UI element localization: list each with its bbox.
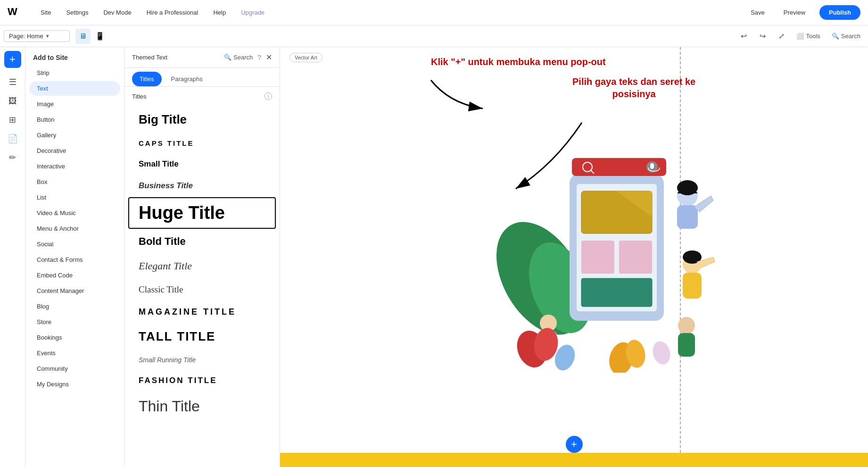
magazine-title-label: MAGAZINE TITLE — [139, 307, 236, 317]
small-running-label: Small Running Title — [139, 356, 196, 364]
fullscreen-icon[interactable]: ⤢ — [774, 29, 789, 44]
thin-title-label: Thin Title — [139, 398, 200, 415]
nav-upgrade[interactable]: Upgrade — [238, 7, 267, 18]
text-item-small-running[interactable]: Small Running Title — [128, 350, 276, 369]
text-item-big-title[interactable]: Big Title — [128, 107, 276, 133]
preview-button[interactable]: Preview — [779, 7, 810, 18]
elegant-title-label: Elegant Title — [139, 260, 192, 272]
caps-title-label: CAPS TITLE — [139, 139, 194, 147]
huge-title-label: Huge Title — [139, 203, 225, 223]
svg-rect-24 — [678, 333, 695, 357]
illustration-svg — [456, 127, 730, 373]
redo-icon[interactable]: ↪ — [755, 29, 770, 44]
nav-hire[interactable]: Hire a Professional — [144, 7, 201, 18]
panel-item-button[interactable]: Button — [29, 112, 120, 127]
panel-item-strip[interactable]: Strip — [29, 66, 120, 80]
panel-item-box[interactable]: Box — [29, 175, 120, 189]
sidebar-icon-pages[interactable]: 📄 — [4, 130, 21, 147]
second-bar: Page: Home ▼ 🖥 📱 ↩ ↪ ⤢ ⬜ Tools 🔍 Search — [0, 25, 868, 47]
main-layout: + ☰ 🖼 ⊞ 📄 ✏ Add to Site Strip Text Image… — [0, 47, 868, 467]
search-toolbar-button[interactable]: 🔍 Search — [828, 31, 864, 42]
svg-text:W: W — [8, 6, 17, 17]
panel-item-interactive[interactable]: Interactive — [29, 159, 120, 174]
panel-item-social[interactable]: Social — [29, 237, 120, 251]
page-selector[interactable]: Page: Home ▼ — [4, 30, 70, 42]
panel-item-image[interactable]: Image — [29, 97, 120, 111]
search-icon: 🔍 — [224, 54, 231, 61]
svg-point-23 — [678, 317, 695, 334]
panel-item-blog[interactable]: Blog — [29, 299, 120, 314]
close-icon[interactable]: ✕ — [266, 53, 272, 62]
sidebar-icon-apps[interactable]: ⊞ — [4, 111, 21, 128]
panel-item-video-music[interactable]: Video & Music — [29, 206, 120, 220]
fashion-title-label: FASHION TITLE — [139, 376, 217, 385]
yellow-bar — [280, 453, 868, 467]
panel-item-text[interactable]: Text — [29, 81, 120, 96]
help-icon[interactable]: ? — [257, 54, 261, 61]
left-sidebar: + ☰ 🖼 ⊞ 📄 ✏ — [0, 47, 25, 467]
add-button[interactable]: + — [4, 51, 21, 68]
classic-title-label: Classic Title — [139, 284, 183, 294]
panel-item-events[interactable]: Events — [29, 346, 120, 360]
svg-point-32 — [650, 339, 673, 367]
tabs-row: Titles Paragraphs — [124, 68, 280, 87]
panel-item-community[interactable]: Community — [29, 361, 120, 376]
text-item-huge-title[interactable]: Huge Title — [128, 197, 276, 229]
plus-circle-button[interactable]: + — [566, 436, 583, 453]
sidebar-icon-media[interactable]: 🖼 — [4, 92, 21, 109]
panel-item-gallery[interactable]: Gallery — [29, 128, 120, 142]
text-item-tall-title[interactable]: TALL TITLE — [128, 324, 276, 350]
desktop-view-icon[interactable]: 🖥 — [75, 29, 91, 44]
text-item-small-title[interactable]: Small Title — [128, 154, 276, 175]
business-title-label: Business Title — [139, 181, 193, 190]
top-nav: W Site Settings Dev Mode Hire a Professi… — [0, 0, 868, 25]
text-item-elegant-title[interactable]: Elegant Title — [128, 254, 276, 278]
text-item-thin-title[interactable]: Thin Title — [128, 392, 276, 421]
undo-icon[interactable]: ↩ — [736, 29, 751, 44]
themed-text-label: Themed Text — [132, 54, 167, 61]
publish-button[interactable]: Publish — [819, 5, 860, 20]
nav-devmode[interactable]: Dev Mode — [100, 7, 134, 18]
text-panel: Themed Text 🔍 Search ? ✕ Titles Paragrap… — [124, 47, 280, 467]
nav-site[interactable]: Site — [38, 7, 54, 18]
vector-badge: Vector Art — [289, 53, 322, 62]
mobile-view-icon[interactable]: 📱 — [92, 29, 107, 44]
text-item-caps-title[interactable]: CAPS TITLE — [128, 133, 276, 153]
nav-settings[interactable]: Settings — [63, 7, 91, 18]
nav-help[interactable]: Help — [210, 7, 229, 18]
tall-title-label: TALL TITLE — [139, 329, 215, 343]
panel-item-menu-anchor[interactable]: Menu & Anchor — [29, 221, 120, 236]
big-title-label: Big Title — [139, 112, 187, 126]
text-panel-header: Themed Text 🔍 Search ? ✕ — [124, 47, 280, 68]
page-label: Page: — [9, 33, 25, 40]
sidebar-icon-design[interactable]: ✏ — [4, 149, 21, 166]
panel-item-decorative[interactable]: Decorative — [29, 143, 120, 158]
panel-item-my-designs[interactable]: My Designs — [29, 377, 120, 392]
search-icon: 🔍 — [832, 33, 839, 40]
text-item-bold-title[interactable]: Bold Title — [128, 230, 276, 253]
svg-rect-16 — [650, 163, 654, 169]
text-item-magazine-title[interactable]: MAGAZINE TITLE — [128, 301, 276, 323]
tab-paragraphs[interactable]: Paragraphs — [164, 72, 210, 86]
panel-item-embed-code[interactable]: Embed Code — [29, 268, 120, 283]
tab-titles[interactable]: Titles — [132, 72, 162, 86]
text-item-business-title[interactable]: Business Title — [128, 175, 276, 196]
sidebar-icon-blog[interactable]: ☰ — [4, 74, 21, 91]
tools-icon: ⬜ — [796, 33, 804, 40]
text-search-button[interactable]: 🔍 Search — [224, 54, 253, 61]
panel-item-contact-forms[interactable]: Contact & Forms — [29, 252, 120, 267]
panel-item-bookings[interactable]: Bookings — [29, 330, 120, 345]
chevron-down-icon: ▼ — [45, 33, 50, 39]
info-icon[interactable]: i — [265, 92, 272, 100]
small-title-label: Small Title — [139, 159, 179, 168]
panel-item-list[interactable]: List — [29, 190, 120, 205]
tools-label: Tools — [806, 33, 820, 40]
text-item-fashion-title[interactable]: FASHION TITLE — [128, 370, 276, 391]
text-item-classic-title[interactable]: Classic Title — [128, 279, 276, 300]
svg-rect-18 — [677, 205, 698, 229]
tools-button[interactable]: ⬜ Tools — [793, 31, 824, 42]
illustration-area — [318, 61, 868, 439]
panel-item-content-manager[interactable]: Content Manager — [29, 284, 120, 298]
save-button[interactable]: Save — [746, 7, 769, 18]
panel-item-store[interactable]: Store — [29, 315, 120, 329]
